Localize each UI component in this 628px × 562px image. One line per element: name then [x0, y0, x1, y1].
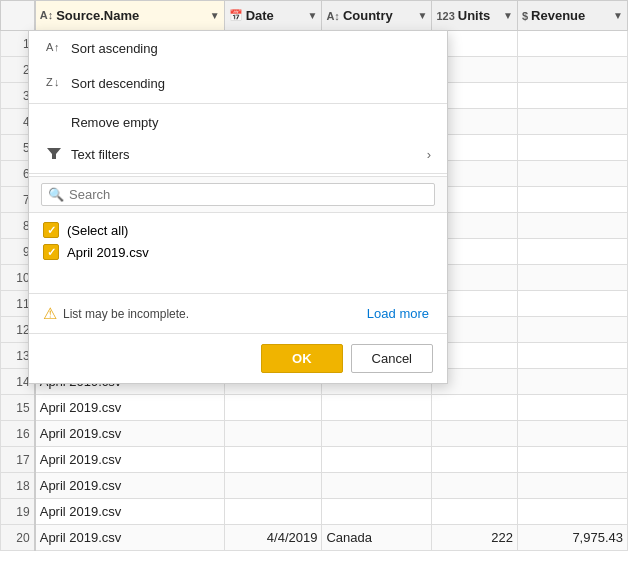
- revenue-type-icon: $: [522, 10, 528, 22]
- source-cell: April 2019.csv: [35, 447, 224, 473]
- row-number: 20: [1, 525, 35, 551]
- warning-section: ⚠ List may be incomplete.: [43, 304, 357, 323]
- revenue-dropdown-arrow[interactable]: ▼: [613, 10, 623, 21]
- source-cell: April 2019.csv: [35, 525, 224, 551]
- country-label: Country: [343, 8, 393, 23]
- country-cell: [322, 499, 432, 525]
- source-name-header[interactable]: A↕ Source.Name ▼: [35, 1, 224, 31]
- april-checkmark: ✓: [47, 246, 56, 259]
- cancel-button[interactable]: Cancel: [351, 344, 433, 373]
- sort-descending-item[interactable]: Z ↓ Sort descending: [29, 66, 447, 101]
- revenue-cell: [517, 161, 627, 187]
- april-label: April 2019.csv: [67, 245, 149, 260]
- country-type-icon: A↕: [326, 10, 339, 22]
- revenue-label: Revenue: [531, 8, 585, 23]
- source-cell: April 2019.csv: [35, 473, 224, 499]
- date-dropdown-arrow[interactable]: ▼: [308, 10, 318, 21]
- main-container: A↕ Source.Name ▼ 📅 Date ▼ A↕ Countr: [0, 0, 628, 562]
- units-header[interactable]: 123 Units ▼: [432, 1, 518, 31]
- header-row: A↕ Source.Name ▼ 📅 Date ▼ A↕ Countr: [1, 1, 628, 31]
- date-cell: 4/4/2019: [224, 525, 322, 551]
- revenue-header[interactable]: $ Revenue ▼: [517, 1, 627, 31]
- filter-dropdown-panel: A ↑ Sort ascending Z ↓ Sort descending R…: [28, 30, 448, 384]
- revenue-cell: [517, 291, 627, 317]
- source-cell: April 2019.csv: [35, 499, 224, 525]
- table-row: 19 April 2019.csv: [1, 499, 628, 525]
- search-input[interactable]: [69, 187, 428, 202]
- april-item[interactable]: ✓ April 2019.csv: [41, 241, 435, 263]
- remove-empty-label: Remove empty: [71, 115, 158, 130]
- units-cell: [432, 421, 518, 447]
- revenue-cell: [517, 473, 627, 499]
- source-dropdown-arrow[interactable]: ▼: [210, 10, 220, 21]
- date-type-icon: 📅: [229, 9, 243, 22]
- revenue-cell: [517, 187, 627, 213]
- revenue-cell: [517, 447, 627, 473]
- country-dropdown-arrow[interactable]: ▼: [418, 10, 428, 21]
- svg-text:↓: ↓: [54, 76, 60, 88]
- ok-button[interactable]: OK: [261, 344, 343, 373]
- revenue-cell: [517, 57, 627, 83]
- revenue-cell: [517, 343, 627, 369]
- select-all-checkmark: ✓: [47, 224, 56, 237]
- source-type-icon: A↕: [40, 9, 53, 21]
- revenue-cell: [517, 499, 627, 525]
- select-all-item[interactable]: ✓ (Select all): [41, 219, 435, 241]
- revenue-cell: [517, 135, 627, 161]
- separator-1: [29, 103, 447, 104]
- revenue-cell: [517, 369, 627, 395]
- table-row: 18 April 2019.csv: [1, 473, 628, 499]
- units-cell: 222: [432, 525, 518, 551]
- load-more-button[interactable]: Load more: [363, 306, 433, 321]
- units-cell: [432, 473, 518, 499]
- svg-text:A: A: [46, 41, 54, 53]
- date-cell: [224, 395, 322, 421]
- svg-text:↑: ↑: [54, 41, 60, 53]
- country-cell: [322, 395, 432, 421]
- units-dropdown-arrow[interactable]: ▼: [503, 10, 513, 21]
- row-number: 19: [1, 499, 35, 525]
- revenue-cell: [517, 395, 627, 421]
- sort-asc-icon: A ↑: [45, 39, 63, 58]
- filter-list: ✓ (Select all) ✓ April 2019.csv: [29, 213, 447, 293]
- revenue-cell: [517, 239, 627, 265]
- remove-empty-item[interactable]: Remove empty: [29, 106, 447, 138]
- incomplete-message: List may be incomplete.: [63, 307, 189, 321]
- source-cell: April 2019.csv: [35, 395, 224, 421]
- revenue-cell: [517, 109, 627, 135]
- date-cell: [224, 421, 322, 447]
- country-cell: Canada: [322, 525, 432, 551]
- sort-descending-label: Sort descending: [71, 76, 165, 91]
- country-header[interactable]: A↕ Country ▼: [322, 1, 432, 31]
- revenue-cell: [517, 317, 627, 343]
- revenue-cell: 7,975.43: [517, 525, 627, 551]
- date-label: Date: [246, 8, 274, 23]
- table-row: 20 April 2019.csv 4/4/2019 Canada 222 7,…: [1, 525, 628, 551]
- row-number: 15: [1, 395, 35, 421]
- units-cell: [432, 395, 518, 421]
- date-cell: [224, 447, 322, 473]
- svg-text:Z: Z: [46, 76, 53, 88]
- table-row: 16 April 2019.csv: [1, 421, 628, 447]
- table-row: 17 April 2019.csv: [1, 447, 628, 473]
- svg-marker-4: [47, 148, 61, 159]
- country-cell: [322, 473, 432, 499]
- row-num-header: [1, 1, 35, 31]
- source-name-label: Source.Name: [56, 8, 139, 23]
- revenue-cell: [517, 31, 627, 57]
- date-cell: [224, 499, 322, 525]
- date-cell: [224, 473, 322, 499]
- revenue-cell: [517, 265, 627, 291]
- country-cell: [322, 447, 432, 473]
- search-box[interactable]: 🔍: [41, 183, 435, 206]
- warning-icon: ⚠: [43, 304, 57, 323]
- select-all-checkbox[interactable]: ✓: [43, 222, 59, 238]
- dropdown-buttons: OK Cancel: [29, 333, 447, 383]
- revenue-cell: [517, 83, 627, 109]
- filter-icon: [45, 146, 63, 163]
- april-checkbox[interactable]: ✓: [43, 244, 59, 260]
- select-all-label: (Select all): [67, 223, 128, 238]
- text-filters-item[interactable]: Text filters ›: [29, 138, 447, 171]
- sort-ascending-item[interactable]: A ↑ Sort ascending: [29, 31, 447, 66]
- date-header[interactable]: 📅 Date ▼: [224, 1, 322, 31]
